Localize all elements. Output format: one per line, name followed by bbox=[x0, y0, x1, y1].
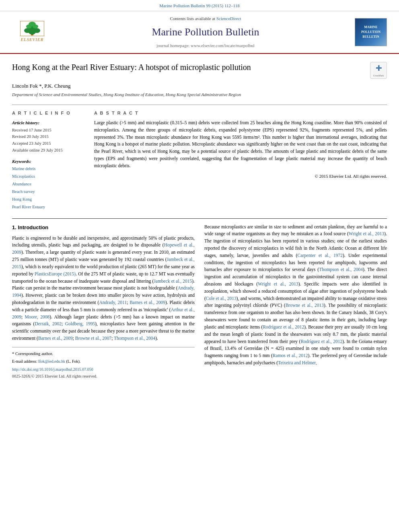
ref-andrady1[interactable]: Andrady, 1994 bbox=[12, 286, 195, 298]
ref-thompson2[interactable]: Thompson et al., 2004 bbox=[319, 267, 363, 272]
body-two-column: 1. Introduction Plastic is engineered to… bbox=[12, 224, 387, 380]
page: Marine Pollution Bulletin 99 (2015) 112–… bbox=[0, 0, 399, 532]
copyright-line: © 2015 Elsevier Ltd. All rights reserved… bbox=[94, 173, 387, 180]
keyword-3: Abundance bbox=[12, 181, 84, 188]
keywords-label: Keywords: bbox=[12, 158, 84, 165]
ref-goldberg[interactable]: Goldberg, 1995 bbox=[65, 321, 95, 326]
crossmark-icon: ✛ bbox=[376, 63, 382, 74]
journal-header: ELSEVIER Contents lists available at Sci… bbox=[0, 11, 399, 54]
keyword-2: Microplastics bbox=[12, 173, 84, 181]
journal-citation-bar: Marine Pollution Bulletin 99 (2015) 112–… bbox=[0, 0, 399, 11]
ref-jambeck2[interactable]: Jambeck et al., 2015 bbox=[154, 279, 192, 283]
section-title: Introduction bbox=[18, 224, 48, 230]
ref-wright2[interactable]: Wright et al., 2013 bbox=[258, 281, 298, 286]
journal-header-left: ELSEVIER bbox=[8, 21, 56, 43]
ref-browne1[interactable]: Browne et al., 2007 bbox=[75, 336, 111, 341]
ref-wright1[interactable]: Wright et al., 2013 bbox=[349, 231, 384, 236]
crossmark-label: CrossMark bbox=[373, 74, 384, 78]
info-abstract-row: A R T I C L E I N F O Article history: R… bbox=[12, 105, 387, 211]
article-history-label: Article history: bbox=[12, 119, 84, 126]
keyword-1: Marine debris bbox=[12, 165, 84, 173]
right-column: Because microplastics are similar in siz… bbox=[204, 224, 387, 380]
article-authors: Lincoln Fok *, P.K. Cheung bbox=[12, 82, 387, 90]
issn-line: 0025-326X/© 2015 Elsevier Ltd. All right… bbox=[12, 373, 195, 380]
section-divider bbox=[12, 218, 387, 219]
ref-plasticseurope[interactable]: PlasticsEurope (2015) bbox=[35, 271, 76, 276]
elsevier-text: ELSEVIER bbox=[21, 36, 44, 43]
elsevier-logo: ELSEVIER bbox=[12, 21, 52, 43]
crossmark-badge: ✛ CrossMark bbox=[370, 62, 387, 79]
email-note: E-mail address: lfok@ied.edu.hk (L. Fok)… bbox=[12, 358, 195, 365]
ref-barnes2[interactable]: Barnes et al., 2009 bbox=[38, 336, 73, 341]
abstract-section: A B S T R A C T Large plastic (>5 mm) an… bbox=[94, 110, 387, 211]
ref-hopewell[interactable]: Hopewell et al., 2009 bbox=[12, 242, 195, 255]
keywords-list: Marine debris Microplastics Abundance Be… bbox=[12, 165, 84, 211]
article-affiliation: Department of Science and Environmental … bbox=[12, 91, 387, 98]
ref-cole[interactable]: Cole et al., 2013 bbox=[206, 296, 237, 301]
journal-cover-image: MARINE POLLUTION BULLETIN bbox=[355, 18, 387, 46]
journal-header-center: Contents lists available at ScienceDirec… bbox=[60, 15, 351, 49]
journal-header-right: MARINE POLLUTION BULLETIN bbox=[355, 18, 391, 46]
keyword-6: Pearl River Estuary bbox=[12, 203, 84, 211]
sciencedirect-link[interactable]: ScienceDirect bbox=[216, 16, 241, 21]
article-info-label: A R T I C L E I N F O bbox=[12, 110, 84, 117]
svg-point-3 bbox=[34, 28, 40, 33]
footnote-section: * Corresponding author. E-mail address: … bbox=[12, 347, 195, 380]
abstract-label: A B S T R A C T bbox=[94, 110, 387, 117]
article-dates: Received 17 June 2015 Revised 20 July 20… bbox=[12, 127, 84, 154]
doi-link[interactable]: http://dx.doi.org/10.1016/j.marpolbul.20… bbox=[12, 366, 195, 373]
svg-point-6 bbox=[29, 22, 36, 27]
ref-rodriguez1[interactable]: Rodríguez et al., 2012 bbox=[263, 325, 304, 329]
ref-browne2[interactable]: Browne et al., 2013 bbox=[286, 303, 324, 308]
keyword-5: Hong Kong bbox=[12, 196, 84, 203]
journal-homepage: journal homepage: www.elsevier.com/locat… bbox=[60, 42, 351, 49]
ref-jambeck1[interactable]: Jambeck et al., 2015 bbox=[12, 257, 195, 269]
keyword-4: Beach survey bbox=[12, 188, 84, 196]
abstract-text: Large plastic (>5 mm) and microplastic (… bbox=[94, 119, 387, 170]
ref-barnes1[interactable]: Barnes et al., 2009 bbox=[130, 300, 165, 305]
ref-moore[interactable]: Moore, 2008 bbox=[25, 314, 49, 319]
ref-rodriguez2[interactable]: Rodríguez et al., 2012 bbox=[300, 339, 342, 344]
article-content: Hong Kong at the Pearl River Estuary: A … bbox=[0, 54, 399, 388]
elsevier-tree-icon bbox=[20, 21, 44, 36]
article-title: Hong Kong at the Pearl River Estuary: A … bbox=[12, 62, 366, 72]
article-title-section: Hong Kong at the Pearl River Estuary: A … bbox=[12, 62, 387, 79]
svg-point-2 bbox=[24, 28, 31, 33]
intro-para2: Because microplastics are similar in siz… bbox=[204, 224, 387, 367]
corresponding-author-note: * Corresponding author. bbox=[12, 351, 195, 357]
ref-teixeira[interactable]: Teixeira and Helmer, bbox=[278, 360, 317, 365]
author-email[interactable]: lfok@ied.edu.hk bbox=[38, 359, 65, 364]
left-column: 1. Introduction Plastic is engineered to… bbox=[12, 224, 195, 380]
ref-ramos[interactable]: Ramos et al., 2012 bbox=[273, 353, 308, 358]
ref-carpenter[interactable]: Carpenter et al., 1972 bbox=[297, 253, 343, 258]
section-number: 1. bbox=[12, 224, 16, 230]
article-info: A R T I C L E I N F O Article history: R… bbox=[12, 110, 84, 211]
journal-title: Marine Pollution Bulletin bbox=[60, 24, 351, 40]
ref-andrady2[interactable]: Andrady, 2011 bbox=[99, 300, 127, 305]
ref-thompson1[interactable]: Thompson et al., 2004 bbox=[114, 336, 155, 341]
intro-heading: 1. Introduction bbox=[12, 224, 195, 232]
intro-para1: Plastic is engineered to be durable and … bbox=[12, 235, 195, 342]
journal-citation: Marine Pollution Bulletin 99 (2015) 112–… bbox=[159, 3, 239, 8]
ref-derraik[interactable]: Derraik, 2002 bbox=[35, 321, 62, 326]
contents-line: Contents lists available at ScienceDirec… bbox=[60, 15, 351, 22]
